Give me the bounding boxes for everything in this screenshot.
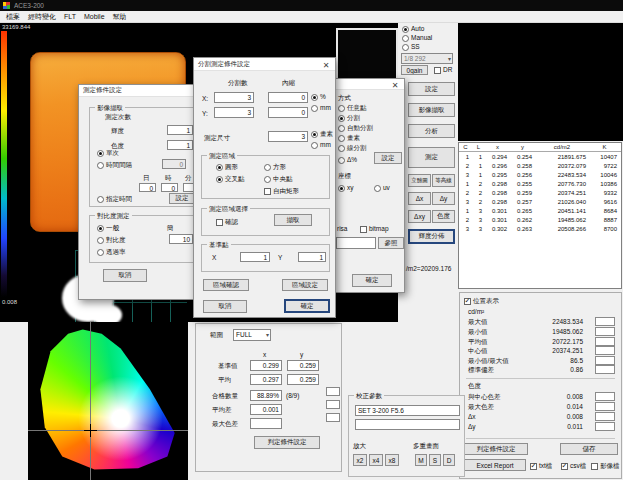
- chroma-count-field[interactable]: 1: [167, 140, 193, 150]
- browse-button[interactable]: 參照: [378, 237, 404, 249]
- zoom-x2-button[interactable]: x2: [353, 454, 367, 466]
- delta-x-button[interactable]: Δx: [408, 192, 431, 205]
- judge-condition-button[interactable]: 判定條件設定: [464, 443, 528, 455]
- bitmap-checkbox[interactable]: bitmap: [360, 225, 389, 233]
- hour-field[interactable]: 0: [161, 183, 178, 192]
- interval-field[interactable]: 0: [162, 159, 186, 169]
- average-y-field[interactable]: 0.259: [287, 374, 319, 385]
- transmittance-radio[interactable]: 透過率: [97, 248, 126, 256]
- txt-checkbox[interactable]: txt檔: [530, 462, 552, 470]
- image-file-checkbox[interactable]: 影像檔: [591, 462, 620, 470]
- multi-d-button[interactable]: D: [443, 454, 455, 466]
- table-row[interactable]: 230.3010.26219485.0628887: [459, 215, 621, 224]
- cancel-button[interactable]: 取消: [103, 269, 147, 282]
- avg-diff-field[interactable]: 0.001: [250, 404, 282, 415]
- pass-count-field[interactable]: 88.89%: [250, 390, 282, 401]
- max-diff-field[interactable]: [250, 418, 282, 429]
- solid-view-button[interactable]: 立體圖: [408, 174, 431, 187]
- table-row[interactable]: 130.3010.26520451.1418684: [459, 206, 621, 215]
- judge-condition-button[interactable]: 判定條件設定: [254, 436, 320, 449]
- analyze-button[interactable]: 分析: [408, 124, 455, 138]
- reference-x-field[interactable]: 0.299: [250, 360, 282, 371]
- range-select[interactable]: FULL ▾: [233, 329, 271, 341]
- multi-m-button[interactable]: M: [415, 454, 427, 466]
- ok-button[interactable]: 確定: [352, 274, 392, 287]
- time-set-button[interactable]: 設定: [169, 193, 195, 204]
- table-row[interactable]: 320.2980.25721026.0409616: [459, 197, 621, 206]
- chroma-button[interactable]: 色度: [432, 210, 455, 223]
- table-row[interactable]: 220.2980.25920374.2519332: [459, 188, 621, 197]
- zero-gain-button[interactable]: 0gain: [401, 65, 428, 75]
- path-field[interactable]: [336, 237, 376, 249]
- close-icon[interactable]: ✕: [389, 80, 401, 90]
- contour-button[interactable]: 等高線: [432, 174, 455, 187]
- y-inset-field[interactable]: 0: [268, 107, 308, 118]
- grab-button[interactable]: 擷取: [274, 214, 312, 226]
- uv-radio[interactable]: uv: [374, 184, 390, 192]
- day-field[interactable]: 0: [139, 183, 156, 192]
- table-row[interactable]: 110.2940.25421891.67510407: [459, 152, 621, 161]
- circle-radio[interactable]: 圓形: [216, 163, 238, 171]
- percent-radio[interactable]: %: [311, 93, 326, 101]
- calibration-extra-field[interactable]: [355, 419, 460, 430]
- dr-checkbox[interactable]: DR: [434, 66, 452, 74]
- manual-radio[interactable]: Manual: [402, 34, 432, 42]
- auto-split-radio[interactable]: 自動分割: [338, 124, 373, 132]
- table-row[interactable]: 310.2950.25622483.53410046: [459, 170, 621, 179]
- free-rect-checkbox[interactable]: 自由矩形: [264, 187, 299, 195]
- contrast-field[interactable]: 10: [169, 234, 193, 244]
- measure-button[interactable]: 測定: [408, 147, 455, 168]
- ok-button[interactable]: 確定: [284, 299, 330, 313]
- delta-percent-radio[interactable]: Δ%: [338, 156, 357, 164]
- luminance-distribution-button[interactable]: 輝度分佈: [408, 229, 455, 244]
- table-row[interactable]: 210.2960.25820372.0799722: [459, 161, 621, 170]
- auto-radio[interactable]: Auto: [402, 25, 424, 33]
- center-point-radio[interactable]: 中央點: [264, 175, 293, 183]
- y-divisions-field[interactable]: 3: [214, 107, 254, 118]
- cross-point-radio[interactable]: 交叉點: [216, 175, 245, 183]
- menu-help[interactable]: 幫助: [109, 10, 131, 24]
- csv-checkbox[interactable]: csv檔: [561, 462, 586, 470]
- menu-mobile[interactable]: Mobile: [80, 11, 109, 22]
- contrast-radio[interactable]: 對比度: [97, 236, 126, 244]
- pixel-radio[interactable]: 畫素: [311, 130, 333, 138]
- area-confirm-button[interactable]: 區域確認: [203, 279, 249, 291]
- line-split-radio[interactable]: 線分割: [338, 144, 367, 152]
- mm-radio[interactable]: mm: [311, 104, 331, 112]
- excel-report-button[interactable]: Excel Report: [464, 459, 526, 471]
- mm2-radio[interactable]: mm: [311, 141, 331, 149]
- menu-time-variation[interactable]: 經時變化: [24, 10, 60, 24]
- reference-y-field[interactable]: 0.259: [287, 360, 319, 371]
- ss-radio[interactable]: SS: [402, 43, 420, 51]
- area-set-button[interactable]: 區域設定: [282, 279, 328, 291]
- dialog-titlebar[interactable]: 分割測定條件設定: [194, 58, 335, 71]
- xy-radio[interactable]: xy: [338, 184, 354, 192]
- single-radio[interactable]: 單次: [97, 149, 119, 157]
- method-set-button[interactable]: 設定: [374, 152, 402, 164]
- base-x-field[interactable]: 1: [240, 252, 270, 262]
- save-button[interactable]: 儲存: [560, 443, 618, 455]
- specified-time-radio[interactable]: 指定時間: [97, 195, 132, 203]
- table-row[interactable]: 330.3020.26320508.2668700: [459, 224, 621, 233]
- image-capture-button[interactable]: 影像擷取: [408, 103, 455, 117]
- menu-file[interactable]: 檔案: [2, 10, 24, 24]
- zoom-x8-button[interactable]: x8: [385, 454, 399, 466]
- pixel-radio[interactable]: 畫素: [338, 134, 360, 142]
- cancel-button[interactable]: 取消: [203, 300, 247, 313]
- split-radio[interactable]: 分割: [338, 114, 360, 122]
- calibration-value-field[interactable]: SET 3-200 F5.6: [355, 405, 460, 416]
- confirm-checkbox[interactable]: 確認: [216, 218, 238, 226]
- zoom-x4-button[interactable]: x4: [369, 454, 383, 466]
- multi-s-button[interactable]: S: [429, 454, 441, 466]
- dialog-titlebar[interactable]: 測定條件設定: [79, 85, 194, 97]
- base-y-field[interactable]: 1: [298, 252, 326, 262]
- table-row[interactable]: 120.2980.25520776.73010386: [459, 179, 621, 188]
- delta-xy-button[interactable]: Δxy: [408, 210, 431, 223]
- x-inset-field[interactable]: 0: [268, 92, 308, 103]
- settings-button[interactable]: 設定: [408, 82, 455, 96]
- menu-flt[interactable]: FLT: [60, 11, 80, 22]
- position-display-checkbox[interactable]: 位置表示: [464, 297, 499, 305]
- preview-canvas[interactable]: [458, 23, 623, 141]
- general-radio[interactable]: 一般: [97, 224, 119, 232]
- average-x-field[interactable]: 0.297: [250, 374, 282, 385]
